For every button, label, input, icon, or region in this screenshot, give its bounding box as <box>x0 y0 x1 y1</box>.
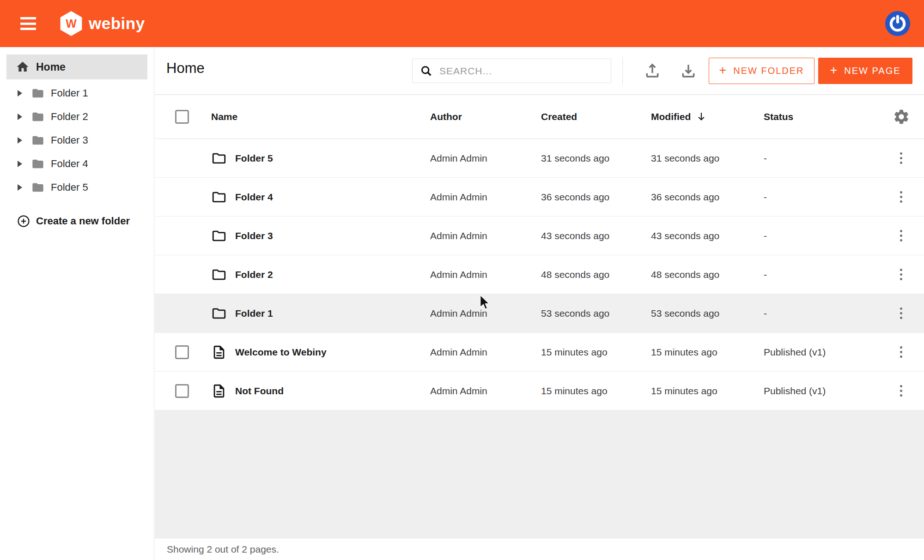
table-row[interactable]: Folder 2 Admin Admin 48 seconds ago 48 s… <box>155 255 924 294</box>
row-author: Admin Admin <box>430 192 541 203</box>
table-row[interactable]: Welcome to Webiny Admin Admin 15 minutes… <box>155 333 924 372</box>
home-icon <box>16 60 30 74</box>
row-actions-kebab-icon[interactable] <box>897 343 905 361</box>
row-actions-kebab-icon[interactable] <box>897 305 905 322</box>
logo-text: webiny <box>89 14 145 33</box>
table-row[interactable]: Folder 5 Admin Admin 31 seconds ago 31 s… <box>155 139 924 178</box>
new-page-button-label: NEW PAGE <box>844 66 900 76</box>
column-header-created[interactable]: Created <box>541 111 651 122</box>
row-status: - <box>764 230 878 241</box>
row-checkbox[interactable] <box>175 345 189 359</box>
toolbar: Home + NEW FOLDER + <box>155 47 924 95</box>
chevron-right-icon[interactable] <box>18 90 22 96</box>
sidebar-folder-item[interactable]: Folder 3 <box>0 128 154 152</box>
row-actions-kebab-icon[interactable] <box>897 382 905 399</box>
column-header-author[interactable]: Author <box>430 111 541 122</box>
row-author: Admin Admin <box>430 385 541 397</box>
row-modified: 15 minutes ago <box>651 347 764 358</box>
plus-icon: + <box>830 63 838 78</box>
row-actions-kebab-icon[interactable] <box>897 227 905 244</box>
pagination-text: Showing 2 out of 2 pages. <box>167 544 279 555</box>
pages-table: Name Author Created Modified Status <box>155 95 924 410</box>
table-settings-gear-icon[interactable] <box>893 108 910 126</box>
chevron-right-icon[interactable] <box>18 114 22 120</box>
sidebar-item-home[interactable]: Home <box>6 54 147 79</box>
webiny-logo: W webiny <box>60 11 145 36</box>
folder-outline-icon <box>211 267 227 283</box>
folder-icon <box>30 157 45 170</box>
export-download-button[interactable] <box>677 60 699 82</box>
row-modified: 36 seconds ago <box>651 192 764 203</box>
sidebar-folder-list: Folder 1 Folder 2 Folder 3 Folder 4 Fold… <box>0 81 154 199</box>
select-all-checkbox[interactable] <box>175 110 189 124</box>
sort-descending-arrow-icon <box>695 111 707 123</box>
main-content: Home + NEW FOLDER + <box>155 47 924 560</box>
sidebar-folder-label: Folder 1 <box>51 87 88 99</box>
row-author: Admin Admin <box>430 230 541 241</box>
new-page-button[interactable]: + NEW PAGE <box>818 58 912 84</box>
column-header-modified[interactable]: Modified <box>651 111 764 123</box>
row-author: Admin Admin <box>430 308 541 319</box>
table-row[interactable]: Not Found Admin Admin 15 minutes ago 15 … <box>155 372 924 410</box>
folder-outline-icon <box>211 151 227 166</box>
hamburger-menu-icon[interactable] <box>20 17 36 30</box>
row-name[interactable]: Folder 5 <box>235 153 273 164</box>
row-created: 53 seconds ago <box>541 308 651 319</box>
plus-icon: + <box>719 63 727 78</box>
row-modified: 48 seconds ago <box>651 269 764 280</box>
chevron-right-icon[interactable] <box>18 137 22 144</box>
row-created: 48 seconds ago <box>541 269 651 280</box>
table-row[interactable]: Folder 4 Admin Admin 36 seconds ago 36 s… <box>155 178 924 217</box>
create-new-folder-button[interactable]: Create a new folder <box>0 212 154 230</box>
folder-outline-icon <box>211 306 227 321</box>
row-modified: 15 minutes ago <box>651 385 764 397</box>
pagination-footer: Showing 2 out of 2 pages. <box>155 538 924 560</box>
row-name[interactable]: Folder 3 <box>235 230 273 241</box>
plus-circle-icon <box>17 214 30 228</box>
row-created: 36 seconds ago <box>541 192 651 203</box>
import-upload-button[interactable] <box>641 60 663 82</box>
sidebar-folder-item[interactable]: Folder 1 <box>0 81 154 105</box>
row-name[interactable]: Folder 1 <box>235 308 273 319</box>
row-created: 15 minutes ago <box>541 385 651 397</box>
folder-outline-icon <box>211 228 227 244</box>
chevron-right-icon[interactable] <box>18 184 22 191</box>
row-name[interactable]: Folder 2 <box>235 269 273 280</box>
sidebar-home-label: Home <box>36 61 66 73</box>
row-actions-kebab-icon[interactable] <box>897 266 905 283</box>
chevron-right-icon[interactable] <box>18 161 22 167</box>
search-input[interactable] <box>439 59 611 83</box>
user-avatar[interactable] <box>885 11 911 36</box>
table-header-row: Name Author Created Modified Status <box>155 95 924 139</box>
folder-icon <box>30 181 45 194</box>
column-header-name[interactable]: Name <box>199 111 430 122</box>
row-name[interactable]: Welcome to Webiny <box>235 347 327 358</box>
row-status: Published (v1) <box>764 385 878 397</box>
row-status: - <box>764 308 878 319</box>
row-actions-kebab-icon[interactable] <box>897 188 905 205</box>
sidebar-folder-item[interactable]: Folder 5 <box>0 175 154 199</box>
row-name[interactable]: Folder 4 <box>235 192 273 203</box>
folder-icon <box>30 110 45 123</box>
row-actions-kebab-icon[interactable] <box>897 150 905 167</box>
row-name[interactable]: Not Found <box>235 385 284 397</box>
new-folder-button-label: NEW FOLDER <box>733 66 804 76</box>
folder-outline-icon <box>211 189 227 205</box>
sidebar-folder-label: Folder 4 <box>51 158 88 170</box>
row-created: 15 minutes ago <box>541 347 651 358</box>
new-folder-button[interactable]: + NEW FOLDER <box>709 58 815 84</box>
page-document-icon <box>211 383 227 399</box>
page-title: Home <box>166 60 205 77</box>
row-created: 43 seconds ago <box>541 230 651 241</box>
row-checkbox[interactable] <box>175 384 189 398</box>
page-document-icon <box>211 344 227 360</box>
row-author: Admin Admin <box>430 153 541 164</box>
upload-icon <box>643 61 662 80</box>
download-icon <box>679 61 698 80</box>
sidebar-folder-item[interactable]: Folder 4 <box>0 152 154 175</box>
row-created: 31 seconds ago <box>541 153 651 164</box>
table-row[interactable]: Folder 3 Admin Admin 43 seconds ago 43 s… <box>155 217 924 255</box>
column-header-status[interactable]: Status <box>764 111 878 122</box>
table-row[interactable]: Folder 1 Admin Admin 53 seconds ago 53 s… <box>155 294 924 333</box>
sidebar-folder-item[interactable]: Folder 2 <box>0 105 154 128</box>
